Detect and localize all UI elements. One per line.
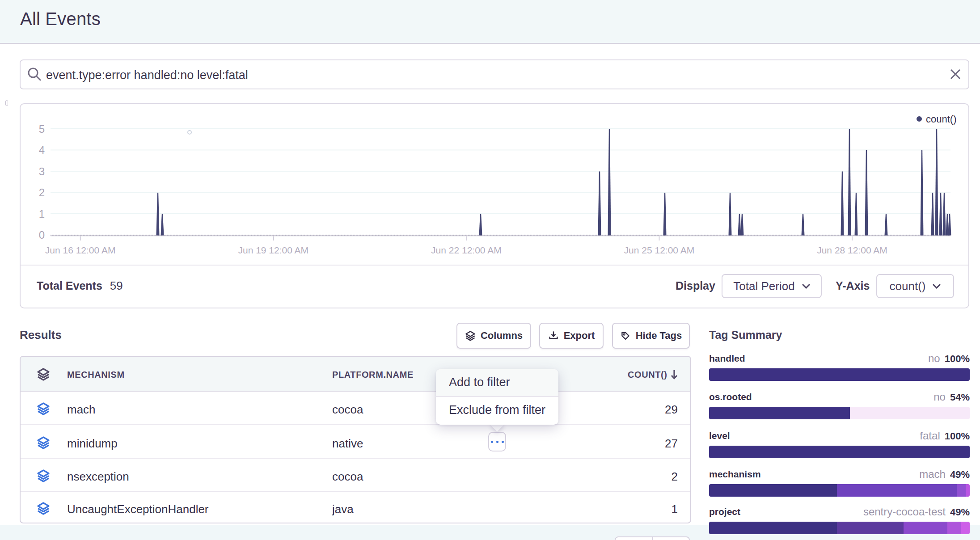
svg-text:count(): count(): [926, 114, 956, 125]
svg-text:0: 0: [39, 229, 45, 241]
svg-text:4: 4: [39, 144, 45, 156]
svg-text:2: 2: [39, 186, 45, 198]
svg-text:Jun 19 12:00 AM: Jun 19 12:00 AM: [238, 245, 308, 255]
svg-text:Jun 22 12:00 AM: Jun 22 12:00 AM: [431, 245, 502, 255]
svg-text:3: 3: [39, 165, 45, 177]
svg-text:5: 5: [39, 123, 45, 135]
svg-text:Jun 28 12:00 AM: Jun 28 12:00 AM: [817, 245, 887, 255]
svg-text:Jun 25 12:00 AM: Jun 25 12:00 AM: [624, 245, 695, 255]
svg-text:Jun 16 12:00 AM: Jun 16 12:00 AM: [45, 245, 116, 255]
svg-text:1: 1: [39, 208, 45, 220]
